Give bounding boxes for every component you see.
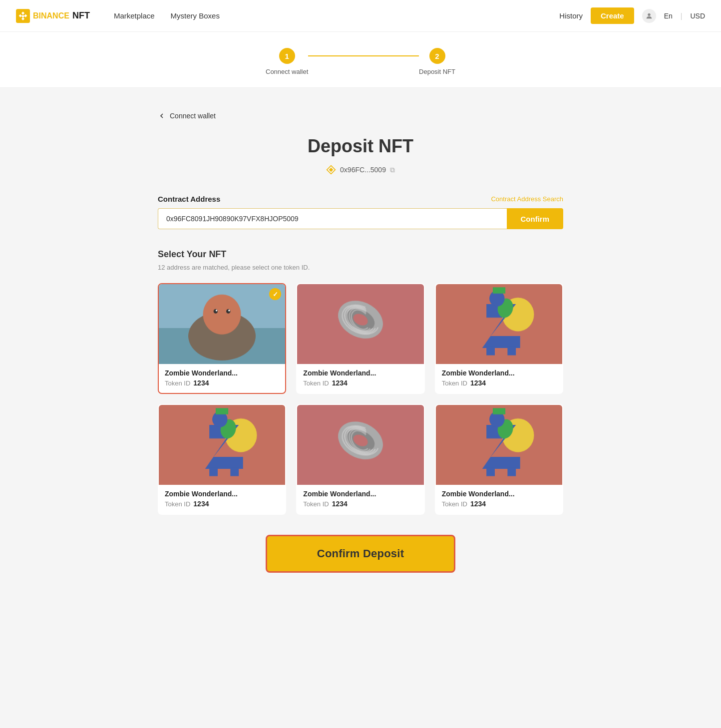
token-id-1: 1234 [332,379,348,387]
step-1-label: Connect wallet [266,68,308,75]
contract-input-row: Confirm [158,208,563,229]
token-label-3: Token ID [165,500,190,508]
nft-token-5: Token ID 1234 [442,500,556,508]
navbar-right: History Create En | USD [559,7,705,24]
nft-card-4[interactable]: Zombie Wonderland... Token ID 1234 [296,404,424,515]
step-2: 2 Deposit NFT [419,48,455,75]
nav-marketplace[interactable]: Marketplace [114,11,155,20]
nft-card-5[interactable]: Zombie Wonderland... Token ID 1234 [435,404,563,515]
contract-address-label: Contract Address [158,195,220,203]
confirm-deposit-button[interactable]: Confirm Deposit [266,535,455,573]
token-label-0: Token ID [165,379,190,387]
nft-name-0: Zombie Wonderland... [165,369,279,377]
nft-image-1 [297,284,423,364]
nft-token-3: Token ID 1234 [165,500,279,508]
user-avatar-icon[interactable] [642,9,656,23]
step-1-circle: 1 [279,48,295,64]
navbar: BINANCE NFT Marketplace Mystery Boxes Hi… [0,0,721,32]
binance-logo-icon [16,9,30,23]
nft-name-1: Zombie Wonderland... [303,369,417,377]
nft-card-info-1: Zombie Wonderland... Token ID 1234 [297,364,423,393]
step-2-circle: 2 [429,48,445,64]
wallet-address-text: 0x96FC...5009 [340,166,386,174]
wallet-diamond-icon [326,165,336,175]
nft-token-1: Token ID 1234 [303,379,417,387]
logo-text: NFT [72,10,90,21]
brand-name: BINANCE [33,11,69,20]
language-selector[interactable]: En [664,12,673,20]
wallet-address-row: 0x96FC...5009 ⧉ [158,165,563,175]
back-link[interactable]: Connect wallet [158,112,563,120]
back-link-label: Connect wallet [170,112,216,120]
nft-image-4 [297,405,423,485]
token-label-2: Token ID [442,379,467,387]
svg-marker-8 [329,168,333,172]
token-id-2: 1234 [470,379,486,387]
contract-address-section-header: Contract Address Contract Address Search [158,195,563,203]
token-label-1: Token ID [303,379,329,387]
select-nft-title: Select Your NFT [158,249,563,260]
nft-name-5: Zombie Wonderland... [442,490,556,498]
logo[interactable]: BINANCE NFT [16,9,90,23]
stepper-section: 1 Connect wallet 2 Deposit NFT [0,32,721,88]
nft-token-2: Token ID 1234 [442,379,556,387]
nav-history[interactable]: History [559,11,583,20]
nft-name-4: Zombie Wonderland... [303,490,417,498]
nft-image-0 [159,284,285,364]
nft-name-3: Zombie Wonderland... [165,490,279,498]
nft-card-info-2: Zombie Wonderland... Token ID 1234 [436,364,562,393]
nav-mystery-boxes[interactable]: Mystery Boxes [171,11,220,20]
token-id-0: 1234 [193,379,209,387]
stepper: 1 Connect wallet 2 Deposit NFT [266,48,455,75]
create-button[interactable]: Create [591,7,634,24]
contract-address-search-link[interactable]: Contract Address Search [491,195,563,203]
token-id-3: 1234 [193,500,209,508]
nft-card-1[interactable]: Zombie Wonderland... Token ID 1234 [296,283,424,394]
nft-card-2[interactable]: Zombie Wonderland... Token ID 1234 [435,283,563,394]
main-content: Connect wallet Deposit NFT 0x96FC...5009… [146,88,575,613]
nft-name-2: Zombie Wonderland... [442,369,556,377]
nft-image-5 [436,405,562,485]
back-arrow-icon [158,112,166,120]
wallet-icon [326,165,336,175]
token-id-5: 1234 [470,500,486,508]
page-title: Deposit NFT [158,136,563,157]
nft-image-2 [436,284,562,364]
step-1: 1 Connect wallet [266,48,308,75]
token-id-4: 1234 [332,500,348,508]
nft-card-info-0: Zombie Wonderland... Token ID 1234 [159,364,285,393]
svg-point-6 [648,13,650,15]
nft-image-3 [159,405,285,485]
nft-card-3[interactable]: Zombie Wonderland... Token ID 1234 [158,404,286,515]
confirm-deposit-wrap: Confirm Deposit [158,535,563,573]
token-label-4: Token ID [303,500,329,508]
nft-card-info-3: Zombie Wonderland... Token ID 1234 [159,485,285,514]
user-icon [645,12,653,20]
copy-icon[interactable]: ⧉ [390,166,395,174]
nft-card-0[interactable]: ✓ Zombie Wonderland... Token ID 1234 [158,283,286,394]
nft-grid: ✓ Zombie Wonderland... Token ID 1234 Zom… [158,283,563,515]
currency-selector[interactable]: USD [690,12,705,20]
nft-card-info-5: Zombie Wonderland... Token ID 1234 [436,485,562,514]
step-line [308,55,419,56]
token-label-5: Token ID [442,500,467,508]
step-2-label: Deposit NFT [419,68,455,75]
select-nft-subtitle: 12 address are matched, please select on… [158,264,563,271]
nft-token-4: Token ID 1234 [303,500,417,508]
confirm-button[interactable]: Confirm [507,208,564,229]
nav-links: Marketplace Mystery Boxes [114,11,559,20]
contract-address-input[interactable] [158,208,507,229]
divider: | [681,12,683,20]
nft-token-0: Token ID 1234 [165,379,279,387]
nft-card-info-4: Zombie Wonderland... Token ID 1234 [297,485,423,514]
